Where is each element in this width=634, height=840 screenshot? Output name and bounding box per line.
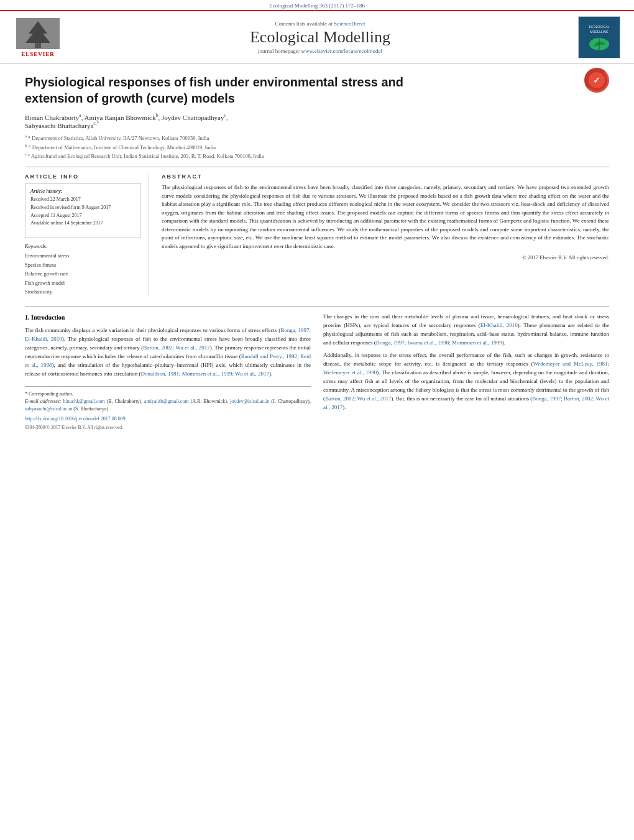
journal-title-header: Ecological Modelling	[76, 28, 564, 47]
ref-donaldson[interactable]: Donaldson, 1981; Mommsen et al., 1999; W…	[140, 371, 269, 377]
svg-rect-2	[35, 43, 41, 48]
divider-top	[25, 167, 609, 167]
ref-elkhaldi-2010[interactable]: El-Khaldi, 2010	[480, 322, 518, 328]
footnote-emails: E-mail addresses: binuchk@gmail.com (B. …	[25, 398, 311, 413]
elsevier-label: ELSEVIER	[21, 51, 55, 57]
copyright-notice: © 2017 Elsevier B.V. All rights reserved…	[162, 254, 609, 261]
affiliations: a ᵃ Department of Statistics, Aliah Univ…	[25, 133, 609, 160]
body-left-column: 1. Introduction The fish community displ…	[25, 313, 311, 431]
svg-text:✓: ✓	[593, 75, 600, 85]
top-reference-bar: Ecological Modelling 363 (2017) 172–186	[0, 0, 634, 10]
email-bhowmick[interactable]: amiyaiitb@gmail.com	[144, 399, 189, 404]
keywords-section: Keywords: Environmental stress Species f…	[25, 243, 141, 296]
authors: Biman Chakrabortya, Amiya Ranjan Bhowmic…	[25, 113, 609, 129]
keyword-species-fitness: Species fitness	[25, 261, 141, 269]
email-chattopadhyay[interactable]: joydev@isical.ac.in	[230, 399, 269, 404]
author-bhattacharya: Sabyasachi Bhattacharyac,*	[25, 122, 99, 129]
homepage-link[interactable]: www.elsevier.com/locate/ecolmodel	[301, 48, 382, 54]
section1-title: 1. Introduction	[25, 313, 311, 323]
ref-bonga-1997[interactable]: Bonga, 1997; El-Khaldi, 2010	[25, 327, 311, 342]
history-label: Article history:	[30, 188, 136, 194]
article-title: Physiological responses of fish under en…	[25, 74, 448, 106]
ref-barton-2002[interactable]: Barton, 2002; Wu et al., 2017	[143, 344, 209, 351]
divider-bottom	[25, 306, 609, 307]
crossmark-icon: ✓	[584, 68, 609, 93]
page: Ecological Modelling 363 (2017) 172–186 …	[0, 0, 634, 441]
eco-logo-box: ECOLOGICAL MODELLING	[578, 16, 620, 58]
article-info-header: ARTICLE INFO	[25, 173, 141, 180]
journal-homepage: journal homepage: www.elsevier.com/locat…	[76, 48, 564, 54]
body-paragraph-1: The fish community displays a wide varia…	[25, 326, 311, 379]
crossmark-badge[interactable]: ✓	[584, 68, 609, 93]
article-info-column: ARTICLE INFO Article history: Received 2…	[25, 173, 149, 296]
article-history: Article history: Received 22 March 2017 …	[30, 188, 136, 228]
elsevier-logo: ELSEVIER	[10, 18, 66, 57]
sciencedirect-link[interactable]: ScienceDirect	[334, 21, 365, 27]
journal-header: ELSEVIER Contents lists available at Sci…	[0, 10, 634, 64]
affiliation-c: c ᶜ Agricultural and Ecological Research…	[25, 151, 609, 160]
affiliation-a: a ᵃ Department of Statistics, Aliah Univ…	[25, 133, 609, 142]
abstract-text: The physiological responses of fish to t…	[162, 183, 609, 251]
keyword-environmental-stress: Environmental stress	[25, 251, 141, 260]
body-section: 1. Introduction The fish community displ…	[25, 313, 609, 431]
footnote-corresponding: * Corresponding author.	[25, 390, 311, 398]
journal-logo-right: ECOLOGICAL MODELLING	[574, 16, 624, 58]
contents-available: Contents lists available at ScienceDirec…	[76, 21, 564, 27]
email-bhattacharya[interactable]: sabyasachi@isical.ac.in	[25, 406, 72, 412]
received-revised-date: Received in revised form 9 August 2017	[30, 204, 136, 212]
footnote-section: * Corresponding author. E-mail addresses…	[25, 386, 311, 432]
article-content: ✓ Physiological responses of fish under …	[0, 64, 634, 441]
keywords-label: Keywords:	[25, 243, 141, 249]
body-paragraph-3: Additionally, in response to the stress …	[323, 351, 609, 412]
accepted-date: Accepted 11 August 2017	[30, 212, 136, 220]
ref-barton-wu[interactable]: Barton, 2002; Wu et al., 2017	[325, 395, 392, 402]
abstract-paragraph: The physiological responses of fish to t…	[162, 183, 609, 251]
svg-text:MODELLING: MODELLING	[590, 30, 609, 34]
available-online-date: Available online 14 September 2017	[30, 219, 136, 228]
keyword-fish-growth-model: Fish growth model	[25, 279, 141, 287]
doi-link[interactable]: http://dx.doi.org/10.1016/j.ecolmodel.20…	[25, 415, 311, 423]
issn-text: 0304-3800/© 2017 Elsevier B.V. All right…	[25, 424, 311, 432]
ref-randall[interactable]: Randall and Perry., 1992; Reid et al., 1…	[25, 353, 311, 368]
abstract-column: ABSTRACT The physiological responses of …	[162, 173, 609, 296]
ref-bonga-iwama[interactable]: Bonga, 1997; Iwama et al., 1998; Mommsen…	[376, 339, 502, 346]
ref-wedemeyer-1981[interactable]: Wedemeyer and McLeay, 1981; Wedemeyer et…	[323, 361, 609, 376]
svg-text:ECOLOGICAL: ECOLOGICAL	[589, 25, 610, 29]
journal-center: Contents lists available at ScienceDirec…	[76, 21, 564, 54]
abstract-header: ABSTRACT	[162, 173, 609, 180]
keyword-relative-growth-rate: Relative growth rate	[25, 269, 141, 278]
info-abstract-section: ARTICLE INFO Article history: Received 2…	[25, 173, 609, 296]
email-chakraborty[interactable]: binuchk@gmail.com	[63, 399, 105, 404]
body-right-column: The changes in the ions and their metabo…	[323, 313, 609, 431]
elsevier-tree-image	[16, 18, 60, 49]
received-date: Received 22 March 2017	[30, 196, 136, 204]
journal-reference: Ecological Modelling 363 (2017) 172–186	[269, 2, 365, 9]
author-chakraborty: Biman Chakrabortya, Amiya Ranjan Bhowmic…	[25, 114, 228, 121]
body-paragraph-2: The changes in the ions and their metabo…	[323, 313, 609, 348]
affiliation-b: b ᵇ Department of Mathematics, Institute…	[25, 142, 609, 152]
keyword-stochasticity: Stochasticity	[25, 287, 141, 296]
article-history-box: Article history: Received 22 March 2017 …	[25, 183, 141, 238]
